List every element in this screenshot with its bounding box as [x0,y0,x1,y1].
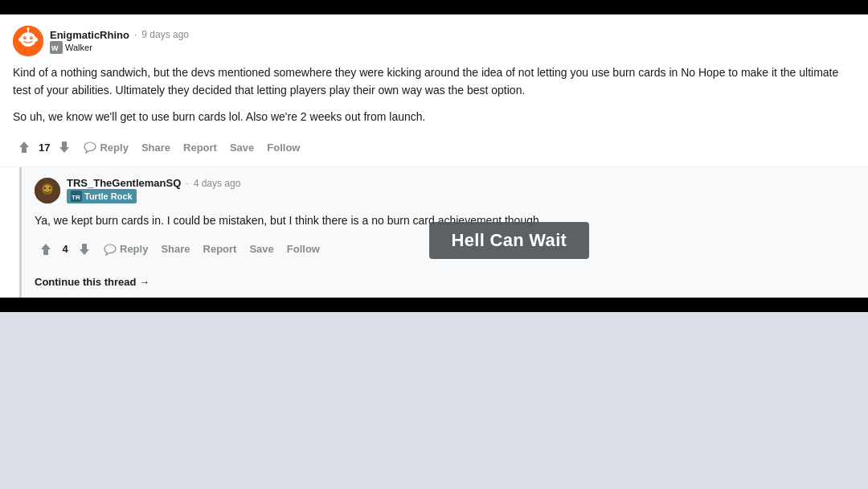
save-button[interactable]: Save [225,138,259,158]
nested-follow-button[interactable]: Follow [282,239,325,259]
nested-report-button[interactable]: Report [199,239,242,259]
upvote-icon [16,139,32,155]
nested-vote-count: 4 [60,243,70,255]
follow-button[interactable]: Follow [262,138,305,158]
share-button[interactable]: Share [137,138,175,158]
comment-body: Kind of a nothing sandwich, but the devs… [13,64,855,126]
comment-reply-icon [84,141,96,154]
snoo-svg [13,26,43,56]
svg-point-7 [27,27,30,30]
nested-flair-row: TR Turtle Rock [67,189,240,204]
nested-comment: TRS_TheGentlemanSQ · 4 days ago TR Turtl… [19,167,868,298]
top-comment: EnigmaticRhino · 9 days ago W Walker Kin… [0,14,868,167]
comment-header: EnigmaticRhino · 9 days ago W Walker [13,26,855,56]
svg-point-8 [18,38,22,42]
nested-timestamp: 4 days ago [194,178,241,189]
nested-downvote-icon [76,241,92,257]
nested-reply-button[interactable]: Reply [99,239,153,260]
nested-vote-section: 4 [35,238,96,261]
nested-save-button[interactable]: Save [244,239,278,259]
nested-upvote-button[interactable] [35,238,57,261]
reply-button[interactable]: Reply [79,137,133,158]
avatar [13,26,43,56]
flair-row: W Walker [50,41,189,54]
comment-text-1: Kind of a nothing sandwich, but the devs… [13,64,855,99]
vote-section: 17 [13,136,76,158]
turtle-rock-flair: TR Turtle Rock [67,189,137,203]
nested-comment-header: TRS_TheGentlemanSQ · 4 days ago TR Turtl… [35,177,855,204]
turtle-rock-icon: TR [71,191,82,202]
continue-thread-link[interactable]: Continue this thread → [35,276,149,288]
nested-action-bar: 4 Reply Share Report Save [35,238,855,269]
svg-point-4 [25,37,27,39]
report-button[interactable]: Report [178,138,222,158]
downvote-button[interactable] [53,136,76,158]
nested-upvote-icon [38,241,54,257]
nested-share-button[interactable]: Share [156,239,194,259]
svg-point-16 [49,187,51,189]
svg-point-15 [44,187,46,189]
nested-downvote-button[interactable] [73,238,96,261]
bottom-black-bar [0,298,868,312]
nested-comment-text: Ya, we kept burn cards in. I could be mi… [35,212,855,230]
nested-dot: · [186,178,188,189]
svg-text:W: W [51,44,59,52]
username[interactable]: EnigmaticRhino [50,29,129,41]
flair-label: Walker [65,43,92,52]
timestamp-value: 9 days ago [141,29,189,40]
upvote-button[interactable] [13,136,35,158]
top-black-bar [0,0,868,14]
continue-thread-section: Continue this thread → [35,269,855,298]
timestamp: · [134,29,137,40]
nested-comment-icon [104,243,117,256]
svg-text:TR: TR [72,194,80,201]
nested-meta: TRS_TheGentlemanSQ · 4 days ago TR Turtl… [67,177,240,204]
svg-point-5 [31,37,33,39]
comment-meta: EnigmaticRhino · 9 days ago W Walker [50,29,189,54]
comment-text-2: So uh, we know we'll get to use burn car… [13,109,855,126]
trs-avatar-svg [35,178,60,203]
nested-username[interactable]: TRS_TheGentlemanSQ [67,177,181,189]
downvote-icon [56,139,72,155]
svg-point-9 [35,38,38,42]
nested-username-row: TRS_TheGentlemanSQ · 4 days ago [67,177,240,189]
main-content: EnigmaticRhino · 9 days ago W Walker Kin… [0,14,868,298]
vote-count: 17 [39,142,50,154]
walker-flair-icon: W [50,41,63,54]
nested-comment-body: Ya, we kept burn cards in. I could be mi… [35,212,855,230]
username-row: EnigmaticRhino · 9 days ago [50,29,189,41]
svg-point-1 [20,32,36,47]
trs-avatar [35,178,60,203]
action-bar: 17 Reply Share Report Save [13,136,855,158]
